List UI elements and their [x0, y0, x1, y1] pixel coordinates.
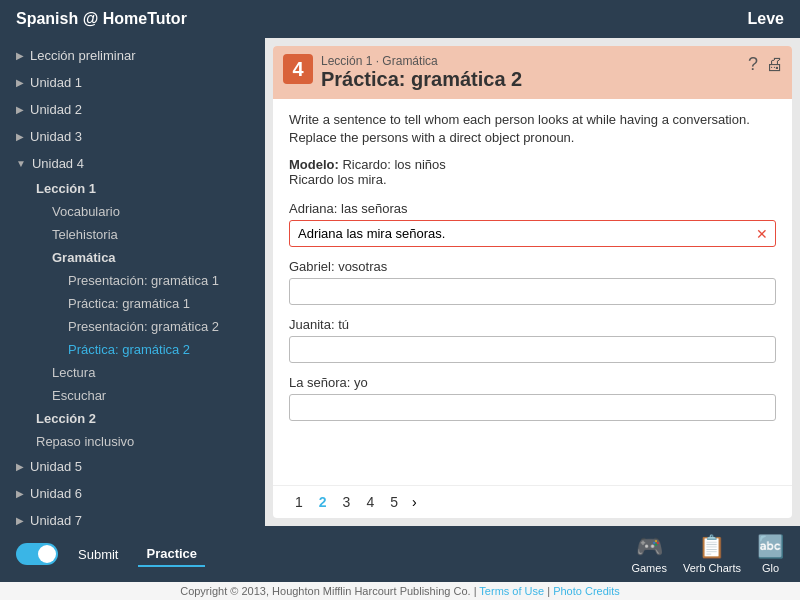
games-tool[interactable]: 🎮 Games	[631, 534, 666, 574]
answer-input-wrapper-q1: ✕	[289, 220, 776, 247]
answer-input-q2[interactable]	[289, 278, 776, 305]
sidebar-item-gramatica[interactable]: Gramática	[44, 246, 265, 269]
photo-credits-link[interactable]: Photo Credits	[553, 585, 620, 597]
panel-header: 4 Lección 1 · Gramática Práctica: gramát…	[273, 46, 792, 99]
question-block-q2: Gabriel: vosotras	[289, 259, 776, 305]
sidebar-item-repaso-inclusivo[interactable]: Repaso inclusivo	[28, 430, 265, 453]
glo-tool[interactable]: 🔤 Glo	[757, 534, 784, 574]
toggle-knob	[38, 545, 56, 563]
answer-input-q4[interactable]	[289, 394, 776, 421]
sidebar-item-label: Unidad 4	[32, 156, 84, 171]
arrow-icon	[16, 131, 24, 142]
panel-subtitle: Lección 1 · Gramática	[321, 54, 438, 68]
toggle-switch[interactable]	[16, 543, 58, 565]
arrow-icon	[16, 77, 24, 88]
glo-icon: 🔤	[757, 534, 784, 560]
help-button[interactable]: ?	[748, 54, 758, 75]
arrow-icon	[16, 158, 26, 169]
verb-charts-label: Verb Charts	[683, 562, 741, 574]
sidebar-item-leccion-preliminar[interactable]: Lección preliminar	[0, 42, 265, 69]
submit-button[interactable]: Submit	[70, 543, 126, 566]
content-area: 4 Lección 1 · Gramática Práctica: gramát…	[265, 38, 800, 526]
question-label-q4: La señora: yo	[289, 375, 776, 390]
exercise-panel: 4 Lección 1 · Gramática Práctica: gramát…	[273, 46, 792, 518]
sidebar-item-leccion-2[interactable]: Lección 2	[28, 407, 265, 430]
bottom-left: Submit Practice	[16, 542, 205, 567]
footer: Copyright © 2013, Houghton Mifflin Harco…	[0, 582, 800, 600]
sidebar-item-unidad-6[interactable]: Unidad 6	[0, 480, 265, 507]
pagination: 1 2 3 4 5 ›	[273, 485, 792, 518]
arrow-icon	[16, 461, 24, 472]
sidebar-item-unidad-2[interactable]: Unidad 2	[0, 96, 265, 123]
sidebar-item-unidad-7[interactable]: Unidad 7	[0, 507, 265, 526]
level-label: Leve	[748, 10, 784, 28]
answer-input-wrapper-q3	[289, 336, 776, 363]
page-2[interactable]: 2	[313, 492, 333, 512]
sidebar: Lección preliminar Unidad 1 Unidad 2 Uni…	[0, 38, 265, 526]
answer-input-wrapper-q4	[289, 394, 776, 421]
arrow-icon	[16, 104, 24, 115]
panel-title: Práctica: gramática 2	[321, 68, 522, 91]
terms-link[interactable]: Terms of Use	[479, 585, 544, 597]
panel-body: Write a sentence to tell whom each perso…	[273, 99, 792, 485]
panel-number: 4	[283, 54, 313, 84]
question-block-q1: Adriana: las señoras ✕	[289, 201, 776, 247]
sidebar-item-label: Unidad 1	[30, 75, 82, 90]
verb-charts-tool[interactable]: 📋 Verb Charts	[683, 534, 741, 574]
modelo-section: Modelo: Ricardo: los niños Ricardo los m…	[289, 157, 776, 187]
main-layout: Lección preliminar Unidad 1 Unidad 2 Uni…	[0, 38, 800, 526]
sidebar-item-escuchar[interactable]: Escuchar	[44, 384, 265, 407]
instruction-text: Write a sentence to tell whom each perso…	[289, 111, 776, 147]
sidebar-item-unidad-4[interactable]: Unidad 4	[0, 150, 265, 177]
question-label-q3: Juanita: tú	[289, 317, 776, 332]
sidebar-item-label: Unidad 7	[30, 513, 82, 526]
sidebar-item-unidad-3[interactable]: Unidad 3	[0, 123, 265, 150]
sidebar-item-presentacion-gram-2[interactable]: Presentación: gramática 2	[60, 315, 265, 338]
modelo-label: Modelo:	[289, 157, 339, 172]
sidebar-item-practica-gram-2[interactable]: Práctica: gramática 2	[60, 338, 265, 361]
answer-input-q1[interactable]	[289, 220, 776, 247]
question-label-q1: Adriana: las señoras	[289, 201, 776, 216]
sidebar-item-label: Unidad 2	[30, 102, 82, 117]
modelo-answer: Ricardo los mira.	[289, 172, 387, 187]
arrow-icon	[16, 515, 24, 526]
sidebar-item-leccion-1[interactable]: Lección 1	[28, 177, 265, 200]
gramatica-sub: Presentación: gramática 1 Práctica: gram…	[44, 269, 265, 361]
unidad-4-sub: Lección 1 Vocabulario Telehistoria Gramá…	[0, 177, 265, 453]
page-4[interactable]: 4	[360, 492, 380, 512]
sidebar-item-label: Lección preliminar	[30, 48, 136, 63]
error-icon-q1[interactable]: ✕	[756, 226, 768, 242]
arrow-icon	[16, 50, 24, 61]
sidebar-item-unidad-1[interactable]: Unidad 1	[0, 69, 265, 96]
print-button[interactable]: 🖨	[766, 54, 784, 75]
sidebar-item-vocabulario[interactable]: Vocabulario	[44, 200, 265, 223]
pagination-dots: ›	[412, 494, 417, 510]
sidebar-item-unidad-5[interactable]: Unidad 5	[0, 453, 265, 480]
bottom-right: 🎮 Games 📋 Verb Charts 🔤 Glo	[631, 534, 784, 574]
games-label: Games	[631, 562, 666, 574]
sidebar-item-telehistoria[interactable]: Telehistoria	[44, 223, 265, 246]
sidebar-item-label: Unidad 5	[30, 459, 82, 474]
app-title: Spanish @ HomeTutor	[16, 10, 187, 28]
question-label-q2: Gabriel: vosotras	[289, 259, 776, 274]
sidebar-item-presentacion-gram-1[interactable]: Presentación: gramática 1	[60, 269, 265, 292]
leccion-1-sub: Vocabulario Telehistoria Gramática Prese…	[28, 200, 265, 407]
sidebar-item-lectura[interactable]: Lectura	[44, 361, 265, 384]
answer-input-q3[interactable]	[289, 336, 776, 363]
copyright-text: Copyright © 2013, Houghton Mifflin Harco…	[180, 585, 476, 597]
sidebar-item-label: Unidad 6	[30, 486, 82, 501]
bottom-bar: Submit Practice 🎮 Games 📋 Verb Charts 🔤 …	[0, 526, 800, 582]
page-3[interactable]: 3	[337, 492, 357, 512]
answer-input-wrapper-q2	[289, 278, 776, 305]
page-1[interactable]: 1	[289, 492, 309, 512]
arrow-icon	[16, 488, 24, 499]
sidebar-item-practica-gram-1[interactable]: Práctica: gramática 1	[60, 292, 265, 315]
top-bar: Spanish @ HomeTutor Leve	[0, 0, 800, 38]
sidebar-item-label: Unidad 3	[30, 129, 82, 144]
glo-label: Glo	[762, 562, 779, 574]
practice-button[interactable]: Practice	[138, 542, 205, 567]
verb-charts-icon: 📋	[698, 534, 725, 560]
panel-icons: ? 🖨	[748, 54, 784, 75]
page-5[interactable]: 5	[384, 492, 404, 512]
modelo-text: Ricardo: los niños	[342, 157, 445, 172]
